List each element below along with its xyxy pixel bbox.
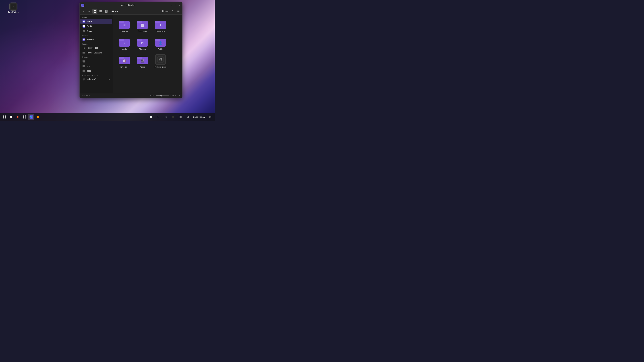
svg-rect-17 [164,10,164,12]
taskbar-systray: 📋 [148,114,191,120]
svg-text:🐬: 🐬 [82,4,84,6]
file-item-pictures[interactable]: 🖼 Pictures [134,35,151,51]
file-item-documents[interactable]: 📄 Documents [134,17,151,34]
maximize-button[interactable]: □ [174,4,177,6]
statusbar-zoom: Zoom: 1 GiB fr… [150,95,180,96]
notification-button[interactable] [185,114,191,120]
sidebar-item-desktop[interactable]: Desktop [80,24,112,29]
forward-button[interactable]: → [87,9,92,14]
svg-rect-64 [155,39,160,41]
svg-rect-20 [178,10,180,11]
sidebar-item-root[interactable]: root [80,64,112,68]
grid-view-button[interactable] [22,114,28,120]
svg-text:#!: #! [159,57,162,61]
taskbar: 🐬 📋 [0,113,215,121]
sidebar-item-home[interactable]: Home [80,19,112,24]
pictures-folder-label: Pictures [139,48,146,50]
svg-rect-82 [23,115,24,117]
sidebar-item-trash[interactable]: Trash [80,29,112,33]
file-item-downloads[interactable]: ⬇ Downloads [152,17,169,34]
close-button[interactable]: × [178,4,180,6]
power-button[interactable] [207,114,213,120]
install-nobara-label: Install Nobara [8,11,18,13]
statusbar-info: 8 fol...89 B) [82,95,148,96]
menu-button[interactable] [176,9,181,14]
svg-rect-11 [105,10,106,11]
sidebar-item-rootfs[interactable]: / [80,59,112,63]
recent-files-label: Recent Files [87,47,98,49]
sidebar-item-network[interactable]: Network [80,37,112,42]
svg-text:🎬: 🎬 [140,59,144,63]
toolbar-right-controls: Split [161,9,181,14]
svg-text:🐬: 🐬 [30,116,32,118]
sidebar-item-recent-locations[interactable]: Recent Locations [80,50,112,55]
file-item-liveuser-clean[interactable]: #! liveuser_clean [152,53,169,69]
statusbar: 8 fol...89 B) Zoom: 1 GiB fr… [80,93,182,98]
svg-rect-75 [5,115,6,117]
special-file-bg: #! [156,54,166,64]
dolphin-taskbar-button[interactable]: 🐬 [28,114,34,120]
svg-rect-49 [119,21,124,23]
svg-point-81 [18,116,18,117]
back-button[interactable]: ← [81,9,86,14]
svg-rect-86 [25,117,26,118]
zoom-label: Zoom: [150,95,155,96]
svg-rect-95 [179,116,180,117]
videos-folder-label: Videos [140,66,145,68]
window-manager-button[interactable] [178,114,184,120]
home-icon [82,20,85,23]
file-grid: 🖥 Desktop 📄 Documents [113,14,182,93]
svg-rect-96 [180,116,182,117]
view-compact-button[interactable] [104,9,109,14]
svg-text:📋: 📋 [122,59,126,63]
file-item-templates[interactable]: 📋 Templates [116,53,133,69]
svg-rect-77 [5,117,6,118]
desktop-sidebar-icon [82,25,85,28]
titlebar-title: Home — Dolphin [85,4,170,6]
network-icon [82,38,85,41]
svg-rect-83 [25,115,26,116]
file-item-public[interactable]: 👤 Public [152,35,169,51]
svg-point-94 [172,116,174,117]
volume-button[interactable] [155,114,161,120]
dolphin-window: 🐬 Home — Dolphin − □ × ← → [80,2,182,98]
svg-rect-6 [94,11,95,12]
view-icons-button[interactable] [92,9,98,14]
split-button[interactable]: Split [161,9,170,14]
root-label: root [87,65,90,67]
firefox-button[interactable] [35,114,41,120]
svg-text:📄: 📄 [140,23,144,27]
svg-rect-55 [155,21,160,23]
minimize-button[interactable]: − [170,4,173,6]
svg-rect-7 [95,11,96,12]
sidebar-item-boot[interactable]: boot [80,68,112,73]
desktop-folder-icon: 🖥 [119,18,130,29]
file-item-music[interactable]: ♪ Music [116,35,133,51]
documents-folder-label: Documents [138,30,147,32]
nobara-browser-button[interactable] [8,114,14,120]
svg-rect-15 [105,12,108,12]
zoom-track [156,95,169,96]
chevron-down-icon [178,95,180,96]
sidebar-item-recent-files[interactable]: Recent Files [80,45,112,50]
svg-point-47 [84,79,84,80]
svg-point-18 [172,10,173,12]
downloads-folder-icon: ⬇ [155,18,166,29]
titlebar: 🐬 Home — Dolphin − □ × [80,2,182,8]
eject-button[interactable]: ⏏ [108,78,110,80]
zoom-slider[interactable] [156,95,169,96]
view-list-button[interactable] [98,9,103,14]
desktop-folder-label: Desktop [121,30,128,32]
sidebar-item-nobara[interactable]: Nobara-41 ⏏ [80,77,112,82]
svg-rect-26 [84,27,84,27]
desktop-icon-install-nobara[interactable]: N Install Nobara [7,2,20,13]
git-icon-button[interactable] [15,114,21,120]
file-item-desktop[interactable]: 🖥 Desktop [116,17,133,34]
file-item-videos[interactable]: 🎬 Videos [134,53,151,69]
settings-button[interactable] [163,114,169,120]
app-menu-button[interactable] [1,114,8,120]
record-button[interactable] [170,114,176,120]
titlebar-controls: − □ × [170,4,180,6]
search-button[interactable] [170,9,175,14]
systray-files-button[interactable]: 📋 [148,114,154,120]
